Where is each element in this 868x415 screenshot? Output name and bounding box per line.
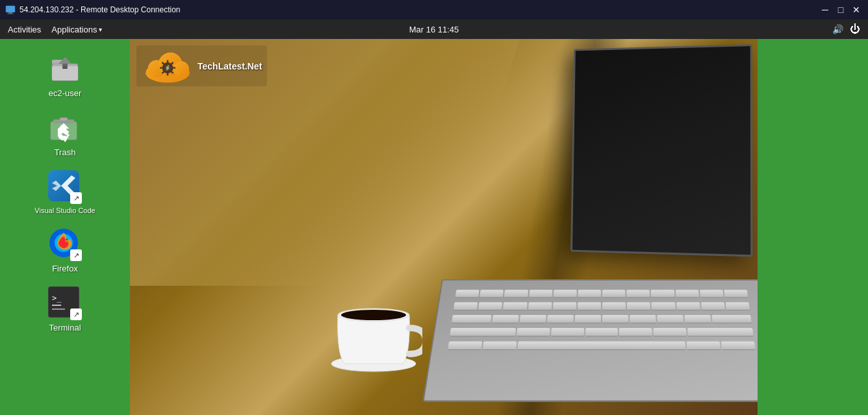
trash-icon xyxy=(48,111,82,145)
svg-text:>_: >_ xyxy=(52,294,62,303)
vscode-icon: ↗ xyxy=(48,170,82,204)
taskbar-right: 🔊 ⏻ xyxy=(832,23,860,35)
trash-label: Trash xyxy=(55,147,76,157)
dock-item-firefox[interactable]: ↗ Firefox xyxy=(26,227,104,273)
coffee-cup xyxy=(325,263,422,376)
svg-rect-11 xyxy=(60,118,68,121)
firefox-label: Firefox xyxy=(52,264,78,273)
svg-line-37 xyxy=(172,71,173,73)
close-button[interactable]: ✕ xyxy=(850,3,863,16)
laptop-body xyxy=(422,279,758,402)
dock-item-trash[interactable]: Trash xyxy=(26,111,104,157)
logo-text: TechLatest.Net xyxy=(198,61,262,71)
svg-rect-19 xyxy=(52,308,65,310)
wallpaper: TechLatest.Net xyxy=(130,39,758,415)
terminal-label: Terminal xyxy=(49,323,81,333)
title-bar-left: 54.204.130.232 - Remote Desktop Connecti… xyxy=(5,5,181,15)
firefox-shortcut-arrow: ↗ xyxy=(70,249,82,261)
svg-rect-1 xyxy=(8,12,12,14)
svg-point-22 xyxy=(341,310,406,320)
ec2-user-label: ec2-user xyxy=(49,88,82,98)
svg-line-35 xyxy=(172,62,173,64)
cloud-logo-icon xyxy=(142,48,194,84)
terminal-icon: >_ ↗ xyxy=(48,286,82,320)
minimize-button[interactable]: ─ xyxy=(819,3,832,16)
svg-line-34 xyxy=(162,62,164,64)
laptop-screen xyxy=(570,44,752,257)
svg-rect-18 xyxy=(52,305,61,306)
maximize-button[interactable]: □ xyxy=(834,3,847,16)
applications-button[interactable]: Applications ▾ xyxy=(51,25,102,34)
shortcut-arrow: ↗ xyxy=(70,192,82,204)
svg-rect-7 xyxy=(63,66,67,69)
activities-button[interactable]: Activities xyxy=(8,25,41,34)
techlatest-logo: TechLatest.Net xyxy=(136,45,267,86)
volume-icon[interactable]: 🔊 xyxy=(832,24,843,34)
dock-item-ec2-user[interactable]: ec2-user xyxy=(26,52,104,98)
right-border xyxy=(758,39,868,415)
taskbar: Activities Applications ▾ Mar 16 11:45 🔊… xyxy=(0,19,868,39)
svg-point-26 xyxy=(173,61,189,77)
vscode-label: Visual Studio Code xyxy=(34,207,95,214)
chevron-down-icon: ▾ xyxy=(99,26,102,33)
taskbar-left: Activities Applications ▾ xyxy=(8,25,102,34)
svg-rect-0 xyxy=(6,6,15,12)
desktop: ec2-user xyxy=(0,39,868,415)
title-bar-controls: ─ □ ✕ xyxy=(819,3,863,16)
dock-item-terminal[interactable]: >_ ↗ Terminal xyxy=(26,286,104,333)
dock: ec2-user xyxy=(0,39,130,415)
rdp-icon xyxy=(5,5,16,15)
title-bar: 54.204.130.232 - Remote Desktop Connecti… xyxy=(0,0,868,19)
svg-rect-2 xyxy=(7,14,14,14)
power-icon[interactable]: ⏻ xyxy=(850,23,860,35)
title-bar-text: 54.204.130.232 - Remote Desktop Connecti… xyxy=(19,5,181,14)
svg-line-36 xyxy=(162,71,164,73)
home-folder-icon xyxy=(48,52,82,86)
dock-item-vscode[interactable]: ↗ Visual Studio Code xyxy=(26,170,104,214)
firefox-icon: ↗ xyxy=(48,227,82,261)
terminal-shortcut-arrow: ↗ xyxy=(70,308,82,320)
taskbar-datetime: Mar 16 11:45 xyxy=(409,25,459,34)
